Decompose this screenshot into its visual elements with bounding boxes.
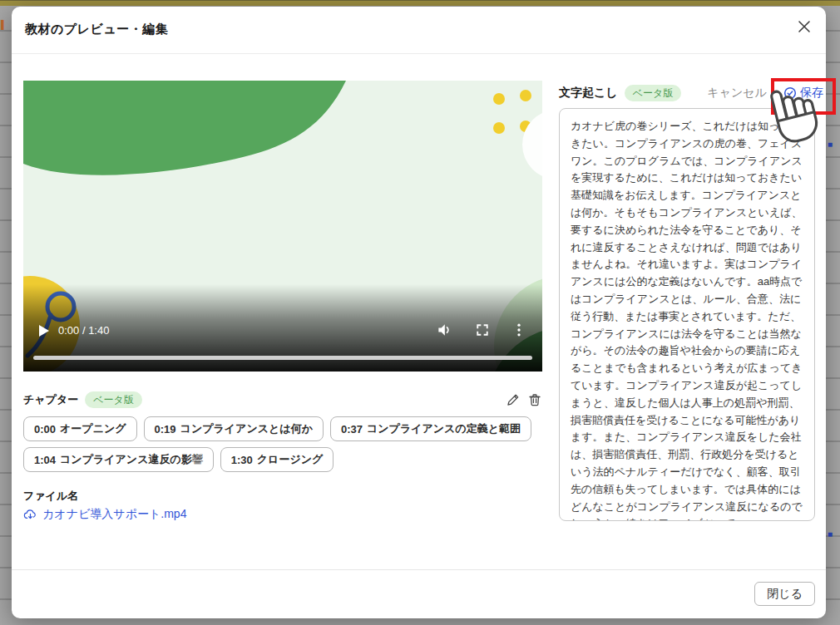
check-circle-icon xyxy=(783,86,797,100)
chapter-chip[interactable]: 0:19 コンプライアンスとは何か xyxy=(144,416,324,441)
chapter-time: 0:37 xyxy=(341,423,363,436)
edit-pencil-icon[interactable] xyxy=(506,392,521,407)
background-text-fragment: ▌ xyxy=(1,20,7,29)
transcript-label: 文字起こし xyxy=(559,86,618,101)
chapter-title: クロージング xyxy=(257,452,324,467)
chapter-chip-list: 0:00 オープニング 0:19 コンプライアンスとは何か 0:37 コンプライ… xyxy=(23,416,547,472)
chapter-chip[interactable]: 0:00 オープニング xyxy=(23,416,137,441)
save-button[interactable]: 保存 xyxy=(783,86,823,101)
transcript-beta-badge: ベータ版 xyxy=(625,85,682,101)
modal-footer: 閉じる xyxy=(12,569,826,618)
chapter-chip[interactable]: 1:04 コンプライアンス違反の影響 xyxy=(23,447,214,472)
file-download-link[interactable]: カオナビ導入サポート.mp4 xyxy=(23,507,186,522)
transcript-textarea[interactable]: カオナビ虎の巻シリーズ、これだけは知っておきたい。コンプライアンスの虎の巻、フェ… xyxy=(559,108,815,521)
volume-icon[interactable] xyxy=(436,322,452,338)
file-name-label: ファイル名 xyxy=(23,489,78,504)
background-top-bar xyxy=(0,0,840,6)
chapter-title: コンプライアンスとは何か xyxy=(180,421,313,436)
cloud-download-icon xyxy=(23,508,37,522)
video-control-bar: 0:00 / 1:40 xyxy=(23,284,542,372)
play-icon[interactable] xyxy=(39,325,49,337)
file-name: カオナビ導入サポート.mp4 xyxy=(42,507,186,522)
video-progress-bar[interactable] xyxy=(33,356,532,360)
chapter-time: 1:30 xyxy=(231,454,253,466)
modal-title: 教材のプレビュー・編集 xyxy=(25,22,168,37)
chapter-time: 1:04 xyxy=(34,454,56,466)
chapter-chip[interactable]: 0:37 コンプライアンスの定義と範囲 xyxy=(330,416,531,441)
chapter-chip[interactable]: 1:30 クロージング xyxy=(220,447,334,472)
chapter-section-header: チャプター ベータ版 xyxy=(23,390,542,410)
material-preview-modal: 教材のプレビュー・編集 0:00 / 1:40 xyxy=(12,7,826,618)
cancel-button[interactable]: キャンセル xyxy=(707,86,767,101)
more-options-icon[interactable] xyxy=(511,322,527,338)
video-time-display: 0:00 / 1:40 xyxy=(58,324,109,337)
transcript-header: 文字起こし ベータ版 キャンセル 保存 xyxy=(559,80,827,106)
chapter-beta-badge: ベータ版 xyxy=(85,391,142,408)
chapter-time: 0:19 xyxy=(155,423,176,436)
chapter-label: チャプター xyxy=(23,392,78,407)
video-player[interactable]: 0:00 / 1:40 xyxy=(23,81,542,372)
trash-icon[interactable] xyxy=(527,392,542,407)
fullscreen-icon[interactable] xyxy=(474,322,491,338)
background-text-fragment: ■ xyxy=(828,140,833,149)
save-label: 保存 xyxy=(800,86,823,101)
chapter-title: コンプライアンス違反の影響 xyxy=(60,452,203,467)
modal-close-button[interactable]: 閉じる xyxy=(754,582,815,606)
background-text-fragment: ■ xyxy=(828,529,833,539)
modal-header: 教材のプレビュー・編集 xyxy=(12,7,826,54)
chapter-title: コンプライアンスの定義と範囲 xyxy=(367,421,521,436)
chapter-time: 0:00 xyxy=(34,423,56,436)
chapter-title: オープニング xyxy=(60,421,126,436)
close-icon[interactable] xyxy=(795,17,813,36)
